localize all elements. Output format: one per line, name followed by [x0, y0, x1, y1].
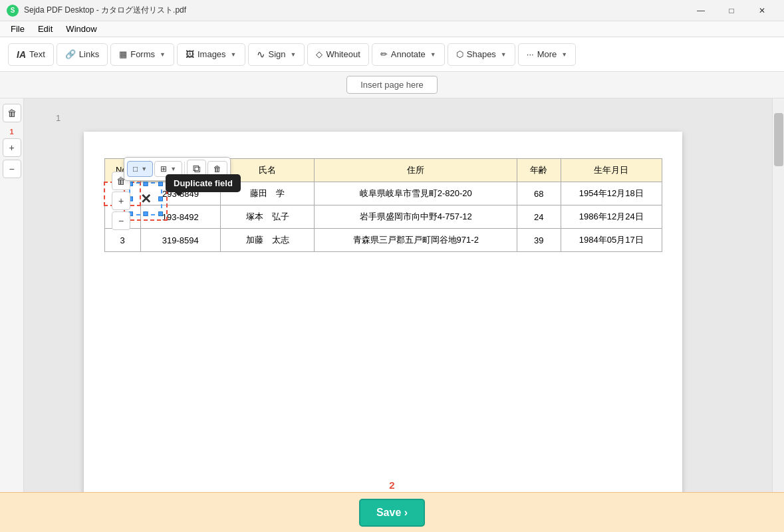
field-zoom-out-button[interactable]: − — [112, 211, 130, 230]
toolbar-sign[interactable]: ∿ Sign ▼ — [248, 43, 305, 66]
insert-bar: Insert page here — [0, 72, 784, 98]
cell-row3-no: 3 — [104, 229, 140, 252]
menu-bar: File Edit Window — [0, 21, 784, 37]
zoom-in-button[interactable]: + — [3, 138, 21, 157]
toolbar-shapes[interactable]: ⬡ Shapes ▼ — [448, 43, 515, 66]
title-bar: S Sejda PDF Desktop - カタログ送付リスト.pdf — □ … — [0, 0, 784, 21]
scrollbar[interactable] — [772, 98, 784, 532]
images-dropdown-arrow: ▼ — [231, 51, 237, 58]
cell-row2-dob: 1986年12月24日 — [561, 205, 662, 229]
header-address: 住所 — [315, 159, 517, 182]
toolbar: IA Text 🔗 Links ▦ Forms ▼ 🖼 Images ▼ ∿ S… — [0, 37, 784, 72]
toolbar-forms[interactable]: ▦ Forms ▼ — [110, 43, 174, 66]
handle-br[interactable] — [158, 211, 163, 216]
field-zoom-in-button[interactable]: + — [112, 192, 130, 210]
cell-row1-address: 岐阜県岐阜市雪見町2-820-20 — [315, 182, 517, 205]
cell-row1-dob: 1954年12月18日 — [561, 182, 662, 205]
table-row: 3 319-8594 加藤 太志 青森県三戸郡五戸町岡谷地971-2 39 19… — [104, 229, 662, 252]
bottom-bar: 2 Save › — [0, 492, 784, 532]
cell-row3-age: 39 — [517, 229, 561, 252]
toolbar-links[interactable]: 🔗 Links — [57, 43, 108, 66]
header-dob: 生年月日 — [561, 159, 662, 182]
duplicate-icon: ⧉ — [193, 163, 200, 175]
page-number-indicator: 1 — [9, 128, 13, 136]
left-tools-panel: 🗑 1 + − — [0, 98, 24, 532]
field-trash-icon: 🗑 — [213, 164, 221, 174]
field-shape-icon: □ — [133, 164, 138, 174]
header-age: 年齢 — [517, 159, 561, 182]
annotate-dropdown-arrow: ▼ — [430, 51, 436, 58]
forms-dropdown-arrow: ▼ — [160, 51, 166, 58]
cell-row1-age: 68 — [517, 182, 561, 205]
menu-edit[interactable]: Edit — [33, 23, 58, 35]
window-controls: — □ ✕ — [686, 0, 777, 21]
field-shape-button[interactable]: □ ▼ — [127, 161, 153, 177]
links-icon: 🔗 — [65, 49, 76, 59]
shape-dropdown-arrow: ▼ — [141, 166, 147, 172]
shapes-dropdown-arrow: ▼ — [501, 51, 507, 58]
cell-row3-dob: 1984年05月17日 — [561, 229, 662, 252]
zoom-out-button[interactable]: − — [3, 160, 21, 178]
delete-tool-button[interactable]: 🗑 — [3, 104, 21, 122]
cell-row3-address: 青森県三戸郡五戸町岡谷地971-2 — [315, 229, 517, 252]
menu-window[interactable]: Window — [61, 23, 102, 35]
shapes-icon: ⬡ — [456, 49, 463, 59]
cell-row2-age: 24 — [517, 205, 561, 229]
more-icon: ··· — [527, 49, 534, 59]
field-table-icon: ⊞ — [160, 164, 167, 174]
more-dropdown-arrow: ▼ — [561, 51, 567, 58]
cell-row3-name: 加藤 太志 — [220, 229, 315, 252]
field-x-marker: ✕ — [140, 191, 152, 207]
duplicate-tooltip: Duplicate field — [166, 174, 241, 192]
scrollbar-thumb[interactable] — [774, 113, 783, 166]
sign-icon: ∿ — [257, 49, 265, 61]
toolbar-more[interactable]: ··· More ▼ — [518, 43, 576, 66]
toolbar-images[interactable]: 🖼 Images ▼ — [177, 43, 245, 66]
handle-tm[interactable] — [144, 182, 148, 186]
cell-row3-zip: 319-8594 — [140, 229, 220, 252]
pdf-page-wrapper: 1 🗑 + − Duplicate field □ ▼ — [24, 98, 772, 532]
text-icon: IA — [17, 49, 26, 60]
toolbar-whiteout[interactable]: ◇ Whiteout — [307, 43, 368, 66]
table-row: 2 193-8492 塚本 弘子 岩手県盛岡市向中野4-757-12 24 19… — [104, 205, 662, 229]
sign-dropdown-arrow: ▼ — [291, 51, 297, 58]
pdf-area[interactable]: 1 🗑 + − Duplicate field □ ▼ — [24, 98, 772, 532]
annotate-icon: ✏ — [380, 49, 388, 59]
menu-file[interactable]: File — [5, 23, 30, 35]
images-icon: 🖼 — [186, 49, 194, 59]
table-dropdown-arrow: ▼ — [170, 166, 176, 172]
handle-mr[interactable] — [158, 197, 163, 201]
whiteout-icon: ◇ — [316, 49, 323, 59]
save-button[interactable]: Save › — [359, 499, 425, 527]
handle-bm[interactable] — [144, 211, 148, 216]
minimize-button[interactable]: — — [686, 0, 716, 21]
step-number: 2 — [389, 479, 394, 491]
insert-page-button[interactable]: Insert page here — [346, 76, 438, 94]
maximize-button[interactable]: □ — [716, 0, 747, 21]
main-content: 🗑 1 + − 1 🗑 + − Duplicate field — [0, 98, 784, 532]
title-bar-left: S Sejda PDF Desktop - カタログ送付リスト.pdf — [7, 5, 186, 17]
handle-tr[interactable] — [158, 182, 163, 186]
cell-row2-address: 岩手県盛岡市向中野4-757-12 — [315, 205, 517, 229]
field-inner-selection: ✕ — [129, 182, 162, 215]
toolbar-annotate[interactable]: ✏ Annotate ▼ — [372, 43, 445, 66]
app-icon: S — [7, 5, 19, 17]
forms-icon: ▦ — [119, 49, 127, 59]
toolbar-text[interactable]: IA Text — [8, 43, 54, 66]
close-button[interactable]: ✕ — [747, 0, 777, 21]
cell-row2-name: 塚本 弘子 — [220, 205, 315, 229]
page-label: 1 — [56, 113, 61, 123]
pdf-page: 🗑 + − Duplicate field □ ▼ ⊞ ▼ — [84, 132, 682, 497]
field-toolbar: Duplicate field □ ▼ ⊞ ▼ ⧉ 🗑 — [124, 157, 231, 181]
app-title: Sejda PDF Desktop - カタログ送付リスト.pdf — [24, 5, 186, 16]
